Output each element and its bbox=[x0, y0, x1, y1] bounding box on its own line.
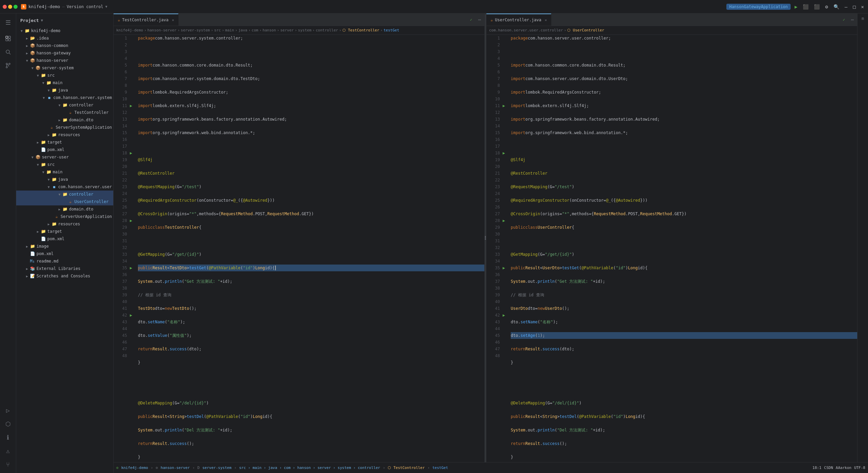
right-gutter-run-11[interactable]: ▶ bbox=[503, 103, 505, 108]
tree-arrow-image[interactable]: ▶ bbox=[24, 244, 30, 249]
tree-arrow-tgt-user[interactable]: ▶ bbox=[35, 229, 41, 234]
right-tool-maven-icon[interactable]: m bbox=[862, 16, 864, 21]
sidebar-content[interactable]: ▼ 📁 knife4j-demo ▶ 📂 .idea ▶ 📦 hanson-co… bbox=[16, 27, 113, 473]
activity-search-icon[interactable] bbox=[2, 46, 14, 58]
tree-controller-user[interactable]: ▼ 📁 controller bbox=[16, 191, 113, 198]
tree-arrow-pkg-user[interactable]: ▼ bbox=[46, 184, 51, 190]
right-gutter-run-29[interactable]: ▶ bbox=[503, 218, 505, 223]
activity-git-icon[interactable] bbox=[2, 59, 14, 72]
tree-arrow-extlibs[interactable]: ▶ bbox=[24, 266, 30, 271]
tree-image[interactable]: ▶ 📁 image bbox=[16, 243, 113, 250]
tree-pom-system[interactable]: ▶ 📄 pom.xml bbox=[16, 146, 113, 153]
maximize-button[interactable] bbox=[14, 5, 18, 9]
tree-controller-system[interactable]: ▼ 📁 controller bbox=[16, 101, 113, 109]
tree-arrow-tgt-sys[interactable]: ▶ bbox=[35, 140, 41, 145]
tree-java-user[interactable]: ▼ 📁 java bbox=[16, 176, 113, 183]
tree-arrow-src-sys[interactable]: ▼ bbox=[35, 73, 41, 78]
tree-arrow-res-sys[interactable]: ▶ bbox=[46, 132, 51, 138]
left-gutter-run-11[interactable]: ▶ bbox=[130, 103, 132, 108]
tree-readme[interactable]: ▶ M↓ readme.md bbox=[16, 257, 113, 265]
left-gutter-run-18[interactable]: ▶ bbox=[130, 151, 132, 155]
tree-arrow-domain-sys[interactable]: ▶ bbox=[57, 117, 62, 123]
left-editor-inner[interactable]: 12345 678910 1112131415 1617181920 21222… bbox=[114, 35, 484, 462]
activity-project-icon[interactable] bbox=[2, 32, 14, 45]
app-name-button[interactable]: HansonGatewayApplication bbox=[726, 4, 790, 10]
right-code-content[interactable]: package com.hanson.server.user.controlle… bbox=[509, 35, 857, 462]
tree-arrow-java-user[interactable]: ▼ bbox=[46, 177, 51, 182]
tree-arrow-ctrl-sys[interactable]: ▼ bbox=[57, 102, 62, 108]
tree-pom-root[interactable]: ▶ 📄 pom.xml bbox=[16, 250, 113, 257]
tree-arrow-pkg-sys[interactable]: ▼ bbox=[41, 95, 47, 100]
tree-arrow-idea[interactable]: ▶ bbox=[24, 35, 30, 41]
tree-resources-user[interactable]: ▶ 📁 resources bbox=[16, 220, 113, 228]
right-tab-more-btn[interactable]: ⋯ bbox=[848, 15, 857, 24]
tree-scratches[interactable]: ▶ 📝 Scratches and Consoles bbox=[16, 272, 113, 280]
tree-main-system[interactable]: ▼ 📁 main bbox=[16, 79, 113, 86]
maximize-window-icon[interactable]: □ bbox=[851, 3, 857, 10]
right-tab-close[interactable]: ✕ bbox=[545, 18, 547, 22]
tree-idea[interactable]: ▶ 📂 .idea bbox=[16, 34, 113, 42]
tree-arrow-src-user[interactable]: ▼ bbox=[35, 162, 41, 167]
minimize-window-icon[interactable]: — bbox=[843, 3, 849, 10]
left-gutter-run-29[interactable]: ▶ bbox=[130, 218, 132, 223]
left-gutter-run-43[interactable]: ▶ bbox=[130, 313, 132, 318]
tree-root[interactable]: ▼ 📁 knife4j-demo bbox=[16, 27, 113, 34]
tree-arrow-root[interactable]: ▼ bbox=[19, 28, 24, 33]
tree-serveruser-app[interactable]: ▶ ☕ ServerUserApplication bbox=[16, 213, 113, 220]
tree-arrow-main-sys[interactable]: ▼ bbox=[41, 80, 46, 85]
tree-arrow-common[interactable]: ▶ bbox=[24, 43, 30, 48]
minimize-button[interactable] bbox=[8, 5, 12, 9]
activity-git2-icon[interactable]: ⑂ bbox=[2, 458, 14, 470]
tree-arrow-main-user[interactable]: ▼ bbox=[41, 169, 46, 175]
left-tab-close[interactable]: ✕ bbox=[172, 18, 174, 22]
right-gutter-run-18[interactable]: ▶ bbox=[503, 151, 505, 155]
tree-arrow-java-sys[interactable]: ▼ bbox=[46, 88, 51, 93]
run-icon[interactable]: ▶ bbox=[793, 3, 799, 10]
tree-arrow-domain-user[interactable]: ▶ bbox=[57, 206, 62, 212]
tree-serversystem-app[interactable]: ▶ ☕ ServerSystemApplication bbox=[16, 124, 113, 131]
left-gutter-run-36[interactable]: ▶ bbox=[130, 266, 132, 270]
settings-icon[interactable]: ⚙ bbox=[824, 3, 829, 10]
right-tab-usercontroller[interactable]: ☕ UserController.java ✕ bbox=[486, 14, 551, 26]
close-button[interactable] bbox=[3, 5, 7, 9]
activity-hamburger-icon[interactable]: ☰ bbox=[2, 16, 14, 28]
tree-arrow-ctrl-user[interactable]: ▼ bbox=[57, 192, 62, 197]
search-icon[interactable]: 🔍 bbox=[832, 3, 841, 10]
tree-target-user[interactable]: ▶ 📁 target bbox=[16, 228, 113, 235]
tree-arrow-res-user[interactable]: ▶ bbox=[46, 221, 51, 227]
tree-server-system[interactable]: ▼ 📦 server-system bbox=[16, 64, 113, 72]
left-code-content[interactable]: package com.hanson.server.system.control… bbox=[137, 35, 484, 462]
tree-arrow-scratches[interactable]: ▶ bbox=[24, 273, 30, 279]
tree-arrow-user[interactable]: ▼ bbox=[30, 154, 35, 160]
tree-target-system[interactable]: ▶ 📁 target bbox=[16, 139, 113, 146]
debug-icon[interactable]: ⬛ bbox=[801, 3, 810, 10]
right-editor-inner[interactable]: 12345 678910 1112131415 1617181920 21222… bbox=[486, 35, 857, 462]
right-gutter-run-36[interactable]: ▶ bbox=[503, 266, 505, 270]
tree-pkg-user[interactable]: ▼ ◼ com.hanson.server.user bbox=[16, 183, 113, 191]
tree-java-system[interactable]: ▼ 📁 java bbox=[16, 86, 113, 94]
tree-domain-user[interactable]: ▶ 📁 domain.dto bbox=[16, 205, 113, 213]
sidebar-project-chevron[interactable]: ▼ bbox=[41, 18, 43, 23]
git-icon[interactable]: ⬛ bbox=[813, 3, 821, 10]
tree-hanson-server[interactable]: ▼ 📦 hanson-server bbox=[16, 57, 113, 64]
tree-resources-system[interactable]: ▶ 📁 resources bbox=[16, 131, 113, 139]
tree-src-system[interactable]: ▼ 📁 src bbox=[16, 72, 113, 79]
tree-pkg-system[interactable]: ▼ ◼ com.hanson.server.system bbox=[16, 94, 113, 101]
left-tab-testcontroller[interactable]: ☕ TestController.java ✕ bbox=[114, 14, 178, 26]
activity-info-icon[interactable]: ℹ bbox=[2, 431, 14, 443]
tree-hanson-gateway[interactable]: ▶ 📦 hanson-gateway bbox=[16, 49, 113, 57]
tree-external-libs[interactable]: ▶ 📚 External Libraries bbox=[16, 265, 113, 272]
tree-usercontroller[interactable]: ▶ ☕ UserController bbox=[16, 198, 113, 205]
tree-arrow-system[interactable]: ▼ bbox=[30, 65, 35, 71]
activity-plugin-icon[interactable]: ⬡ bbox=[2, 418, 14, 430]
tree-pom-user[interactable]: ▶ 📄 pom.xml bbox=[16, 235, 113, 243]
tree-main-user[interactable]: ▼ 📁 main bbox=[16, 168, 113, 176]
tree-hanson-common[interactable]: ▶ 📦 hanson-common bbox=[16, 42, 113, 49]
tree-arrow-server[interactable]: ▼ bbox=[24, 58, 30, 63]
close-window-icon[interactable]: ✕ bbox=[860, 3, 865, 10]
tree-domain-system[interactable]: ▶ 📁 domain.dto bbox=[16, 116, 113, 124]
tree-src-user[interactable]: ▼ 📁 src bbox=[16, 161, 113, 168]
right-gutter-run-43[interactable]: ▶ bbox=[503, 313, 505, 318]
left-tab-more-btn[interactable]: ⋯ bbox=[475, 15, 484, 24]
tree-testcontroller[interactable]: ▶ ☕ TestController bbox=[16, 109, 113, 116]
